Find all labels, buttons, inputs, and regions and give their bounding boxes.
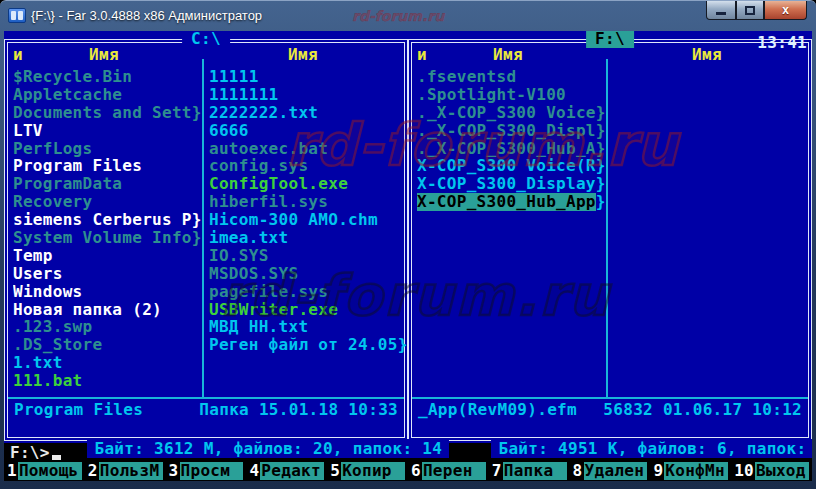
maximize-icon [745, 6, 755, 15]
panel-status-left: Program Files Папка 15.01.18 10:33 [14, 401, 398, 419]
file-list-column: .fseventsd.Spotlight-V100._X-COP_S300 Vo… [417, 68, 607, 211]
file-panel-right[interactable]: F:\ и Имя Имя .fseventsd.Spotlight-V100.… [408, 39, 812, 441]
file-item[interactable]: Windows [13, 283, 203, 301]
file-item[interactable]: MSDOS.SYS [209, 265, 410, 283]
panel-path-left[interactable]: C:\ [182, 31, 230, 48]
file-item[interactable]: .123.swp [13, 318, 203, 336]
status-separator [8, 397, 404, 399]
file-item[interactable]: LTV [13, 122, 203, 140]
title-bar: {F:\} - Far 3.0.4888 x86 Администратор r… [0, 1, 816, 31]
file-item[interactable]: config.sys [209, 157, 410, 175]
file-item[interactable]: X-COP_S300_Hub_App} [417, 193, 607, 211]
file-item[interactable]: Temp [13, 247, 203, 265]
file-item[interactable]: USBWriter.exe [209, 301, 410, 319]
file-item[interactable]: Program Files [13, 157, 203, 175]
file-item[interactable]: 111.bat [13, 372, 203, 390]
status-filename: Program Files [14, 401, 143, 419]
file-item[interactable]: pagefile.sys [209, 283, 410, 301]
window-title: {F:\} - Far 3.0.4888 x86 Администратор [31, 8, 262, 23]
file-item[interactable]: Recovery [13, 193, 203, 211]
file-item[interactable]: Реген файл от 24.05} [209, 336, 410, 354]
panel-totals-right: Байт: 4951 К, файлов: 6, папок: 2 [412, 422, 808, 476]
file-item[interactable]: ._X-COP_S300_Displ} [417, 122, 607, 140]
file-item[interactable]: $Recycle.Bin [13, 68, 203, 86]
watermark-titlebar: rd-forum.ru [352, 8, 444, 24]
file-item[interactable]: МВД НН.txt [209, 318, 410, 336]
file-item[interactable]: Hicom-300 AMO.chm [209, 211, 410, 229]
file-item[interactable]: ConfigTool.exe [209, 175, 410, 193]
file-panel-left[interactable]: C:\ и Имя Имя $Recycle.BinAppletcacheDoc… [4, 39, 408, 441]
column-header: Имя [8, 46, 200, 64]
file-item[interactable]: 1111111 [209, 86, 410, 104]
file-item[interactable]: Новая папка (2) [13, 301, 203, 319]
panel-status-right: _App(RevM09).efm 56832 01.06.17 10:12 [418, 401, 802, 419]
column-header: Имя [412, 46, 604, 64]
panel-path-right[interactable]: F:\ [586, 31, 634, 48]
file-item[interactable]: ._X-COP_S300 Voice} [417, 104, 607, 122]
minimize-icon [716, 12, 726, 15]
status-separator [412, 397, 808, 399]
file-item[interactable]: System Volume Info} [13, 229, 203, 247]
file-item[interactable]: 11111 [209, 68, 410, 86]
file-item[interactable]: Documents and Sett} [13, 104, 203, 122]
file-item[interactable]: ._X-COP_S300_Hub_A} [417, 140, 607, 158]
file-item[interactable]: siemens Cerberus P} [13, 211, 203, 229]
file-item[interactable]: .DS_Store [13, 336, 203, 354]
file-item[interactable]: PerfLogs [13, 140, 203, 158]
minimize-button[interactable] [706, 1, 736, 20]
file-item[interactable]: .Spotlight-V100 [417, 86, 607, 104]
file-item[interactable]: 6666 [209, 122, 410, 140]
far-app-icon[interactable] [8, 8, 26, 23]
far-manager-window: {F:\} - Far 3.0.4888 x86 Администратор r… [0, 0, 816, 489]
file-list-column: $Recycle.BinAppletcacheDocuments and Set… [13, 68, 203, 390]
file-item[interactable]: imea.txt [209, 229, 410, 247]
file-item[interactable]: X-COP_S300 Voice(R} [417, 157, 607, 175]
status-filename: _App(RevM09).efm [418, 401, 577, 419]
status-fileinfo: 56832 01.06.17 10:12 [603, 401, 802, 419]
status-fileinfo: Папка 15.01.18 10:33 [199, 401, 398, 419]
file-list-column: 1111111111112222222.txt6666autoexec.batc… [209, 68, 410, 354]
close-button[interactable]: x [764, 1, 807, 20]
panel-totals-left: Байт: 3612 М, файлов: 20, папок: 14 [8, 422, 404, 476]
file-item[interactable]: 1.txt [13, 354, 203, 372]
console-area: C:\ и Имя Имя $Recycle.BinAppletcacheDoc… [4, 31, 812, 481]
file-item[interactable]: ProgramData [13, 175, 203, 193]
file-item[interactable]: autoexec.bat [209, 140, 410, 158]
file-item[interactable]: 2222222.txt [209, 104, 410, 122]
file-item[interactable]: Users [13, 265, 203, 283]
close-icon: x [782, 3, 789, 17]
file-item[interactable]: hiberfil.sys [209, 193, 410, 211]
file-item[interactable]: X-COP_S300_Display} [417, 175, 607, 193]
file-item[interactable]: IO.SYS [209, 247, 410, 265]
clock: 13:41 [757, 34, 807, 52]
column-header: Имя [204, 46, 402, 64]
window-controls: x [706, 1, 807, 20]
maximize-button[interactable] [736, 1, 764, 20]
file-item[interactable]: Appletcache [13, 86, 203, 104]
file-item[interactable]: .fseventsd [417, 68, 607, 86]
